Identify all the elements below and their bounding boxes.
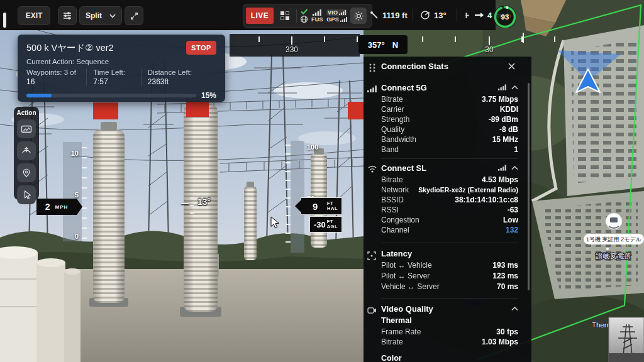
pitch-value: 13°	[197, 197, 211, 207]
drag-handle-icon[interactable]	[369, 63, 376, 73]
sun-icon	[354, 11, 364, 21]
section-connect-5g: Connect 5G Bitrate3.75 Mbps CarrierKDDI …	[381, 82, 518, 155]
heading-readout: 357° N	[358, 35, 408, 54]
divider	[413, 9, 413, 21]
skydio-flight-ui: 1号機 実証用 Zモデル 讃岐変電所 Thermal EXIT Split	[0, 0, 644, 362]
cardinal-letter: N	[392, 40, 398, 50]
altitude-tape: 100 50	[291, 141, 304, 253]
section-title: Connect SL	[381, 163, 426, 173]
gimbal-icon	[420, 10, 430, 20]
speed-readout: 2 MPH	[36, 199, 77, 215]
gps-label: GPS	[326, 16, 339, 23]
media-capture-button[interactable]	[17, 119, 36, 138]
current-action: Current Action: Sequence	[26, 58, 216, 65]
stop-button[interactable]: STOP	[186, 41, 216, 55]
view-settings-button[interactable]	[58, 6, 77, 25]
mission-title: 500 k Vヤード② ver2	[26, 42, 114, 54]
latency-icon	[367, 251, 376, 260]
pitch-marker	[181, 203, 189, 204]
time-left-stat: Time Left: 7:57	[86, 69, 140, 86]
mission-progress-label: 15%	[201, 91, 216, 100]
signal-bars-icon	[498, 165, 506, 171]
thermal-roi-box	[348, 102, 364, 119]
exit-label: EXIT	[26, 11, 43, 20]
signal-bars-icon	[339, 10, 346, 15]
connection-stats-panel: Connection Stats Connect 5G Bitrate3.75 …	[364, 57, 531, 362]
speed-tick-0: 0	[75, 233, 79, 240]
section-latency: Latency Pilot ↔ Vehicle193 ms Pilot ↔ Se…	[381, 248, 518, 293]
gimbal-pitch-hud: 13°	[181, 186, 219, 230]
speed-unit: MPH	[55, 204, 69, 210]
exit-button[interactable]: EXIT	[18, 6, 50, 25]
nav-health-indicator[interactable]	[300, 6, 308, 25]
section-connect-sl: Connect SL Bitrate4.53 Mbps NetworkSkydi…	[381, 162, 518, 236]
brightness-button[interactable]	[350, 8, 367, 24]
vio-label: VIO	[328, 9, 338, 16]
split-label: Split	[86, 11, 102, 20]
divider	[457, 9, 457, 21]
mouse-cursor	[270, 216, 280, 230]
expand-icon	[130, 11, 139, 21]
rangefinder-altitude: 1119 ft	[370, 0, 408, 30]
layout-split-dropdown[interactable]: Split	[79, 6, 122, 25]
grid-icon	[280, 11, 289, 20]
place-label: 讃岐変電所	[596, 252, 632, 260]
speed-tick-10: 10	[71, 150, 79, 157]
thermal-subheader: Thermal	[381, 316, 518, 327]
section-title: Connect 5G	[381, 83, 427, 92]
cell-signal-icon	[367, 85, 377, 92]
chevron-up-icon[interactable]	[511, 166, 518, 170]
section-title: Video Quality	[381, 304, 433, 314]
fullscreen-button[interactable]	[125, 6, 143, 25]
alt-tick-100: 100	[307, 143, 318, 151]
panel-title: Connection Stats	[381, 62, 448, 71]
waypoints-stat: Waypoints: 3 of 16	[26, 69, 86, 86]
fus-label: FUS	[311, 16, 323, 23]
speed-tape: 10 5 0	[63, 142, 82, 241]
panel-scrollbar[interactable]	[528, 83, 530, 290]
action-rail-title: Action	[14, 109, 39, 116]
altitude-value: 1119 ft	[382, 11, 408, 20]
vio-gps-status[interactable]: VIO GPS	[326, 6, 347, 25]
rangefinder-icon	[370, 11, 379, 19]
layout-grid-button[interactable]	[277, 11, 293, 20]
pointer-action-button[interactable]	[17, 185, 36, 204]
battery-indicator[interactable]: 93	[493, 5, 517, 29]
signal-bars-icon	[498, 84, 506, 90]
waypoint-pin-icon	[21, 167, 31, 178]
thermal-roi-box	[93, 102, 118, 119]
section-title: Latency	[381, 249, 412, 258]
live-button[interactable]: LIVE	[246, 8, 274, 24]
live-label: LIVE	[251, 11, 269, 20]
action-rail: Action	[14, 107, 39, 200]
thermal-pip[interactable]	[609, 317, 644, 362]
gimbal-pitch-indicator: 13°	[420, 0, 447, 30]
panel-handle[interactable]	[3, 13, 6, 28]
agl-altitude-readout: -30 FTAGL	[309, 216, 342, 233]
chevron-up-icon[interactable]	[511, 85, 518, 90]
check-icon	[301, 9, 308, 14]
wind-icon	[462, 11, 471, 20]
cursor-icon	[22, 190, 31, 200]
color-subheader: Color	[381, 354, 518, 362]
close-icon[interactable]	[508, 62, 516, 70]
signal-bars-icon	[340, 17, 347, 22]
section-video-quality: Video Quality Thermal Frame Rate30 fps B…	[381, 303, 518, 362]
video-camera-icon	[367, 307, 377, 314]
divider	[296, 9, 297, 23]
stream-status-cluster: LIVE FUS VIO GPS	[243, 4, 372, 28]
agl-value: -30	[314, 220, 326, 229]
channel-value[interactable]: 132	[506, 226, 518, 234]
chevron-down-icon	[109, 14, 116, 18]
ascend-icon	[21, 145, 32, 156]
thermal-roi-box	[186, 99, 209, 117]
ascend-action-button[interactable]	[17, 141, 36, 160]
waypoint-action-button[interactable]	[17, 163, 36, 182]
chevron-up-icon[interactable]	[511, 307, 518, 311]
media-icon	[21, 124, 32, 134]
mission-progress-track	[26, 94, 196, 97]
hal-altitude-readout: 9 FTHAL	[301, 197, 342, 215]
fusion-status[interactable]: FUS	[311, 6, 323, 25]
battery-percent: 93	[501, 13, 509, 21]
hal-value: 9	[313, 201, 318, 212]
